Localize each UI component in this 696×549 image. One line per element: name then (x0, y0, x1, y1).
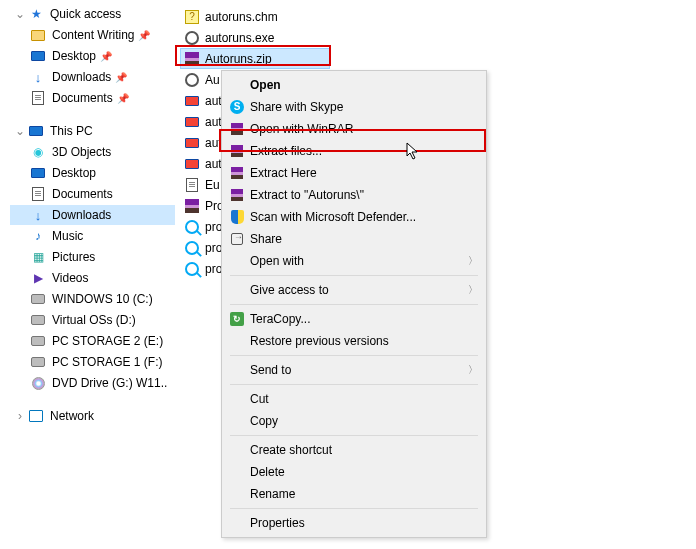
nav-label: PC STORAGE 2 (E:) (52, 334, 163, 348)
nav-music[interactable]: ♪ Music (10, 226, 175, 246)
nav-virtual-os-drive[interactable]: Virtual OSs (D:) (10, 310, 175, 330)
help-file-icon: ? (184, 9, 200, 25)
documents-icon (30, 90, 46, 106)
separator (230, 435, 478, 436)
winrar-icon (226, 123, 248, 135)
ctx-open-winrar[interactable]: Open with WinRAR (222, 118, 486, 140)
submenu-arrow-icon: 〉 (468, 254, 478, 268)
nav-quick-access[interactable]: ⌄ ★ Quick access (10, 4, 175, 24)
nav-desktop[interactable]: Desktop 📌 (10, 46, 175, 66)
nav-label: Videos (52, 271, 88, 285)
file-name: aut (205, 157, 222, 171)
nav-label: Music (52, 229, 83, 243)
nav-dvd-drive[interactable]: DVD Drive (G:) W11.. (10, 373, 175, 393)
drive-icon (30, 333, 46, 349)
app-icon (184, 135, 200, 151)
pictures-icon: ▦ (30, 249, 46, 265)
nav-3d-objects[interactable]: ◉ 3D Objects (10, 142, 175, 162)
file-item-chm[interactable]: ? autoruns.chm (180, 6, 490, 27)
app-icon (184, 114, 200, 130)
magnifier-icon (184, 240, 200, 256)
ctx-scan-defender[interactable]: Scan with Microsoft Defender... (222, 206, 486, 228)
drive-icon (30, 312, 46, 328)
nav-documents-2[interactable]: Documents (10, 184, 175, 204)
nav-label: 3D Objects (52, 145, 111, 159)
app-icon (184, 93, 200, 109)
magnifier-icon (184, 261, 200, 277)
pin-icon: 📌 (115, 72, 127, 83)
file-name: autoruns.exe (205, 31, 274, 45)
nav-downloads-2[interactable]: ↓ Downloads (10, 205, 175, 225)
nav-label: DVD Drive (G:) W11.. (52, 376, 167, 390)
download-icon: ↓ (30, 69, 46, 85)
chevron-down-icon: ⌄ (14, 125, 26, 137)
ctx-delete[interactable]: Delete (222, 461, 486, 483)
winrar-icon (226, 145, 248, 157)
doc-icon (184, 177, 200, 193)
nav-label: Content Writing (52, 28, 134, 42)
file-item-exe[interactable]: autoruns.exe (180, 27, 490, 48)
download-icon: ↓ (30, 207, 46, 223)
nav-label: This PC (50, 124, 93, 138)
ctx-extract-to[interactable]: Extract to "Autoruns\" (222, 184, 486, 206)
file-name: pro (205, 262, 222, 276)
ctx-open[interactable]: Open (222, 74, 486, 96)
share-icon (226, 233, 248, 245)
submenu-arrow-icon: 〉 (468, 363, 478, 377)
nav-label: Desktop (52, 49, 96, 63)
nav-videos[interactable]: ▶ Videos (10, 268, 175, 288)
ctx-properties[interactable]: Properties (222, 512, 486, 534)
pin-icon: 📌 (117, 93, 129, 104)
submenu-arrow-icon: 〉 (468, 283, 478, 297)
ctx-restore-versions[interactable]: Restore previous versions (222, 330, 486, 352)
nav-label: Downloads (52, 208, 111, 222)
ctx-rename[interactable]: Rename (222, 483, 486, 505)
nav-content-writing[interactable]: Content Writing 📌 (10, 25, 175, 45)
ctx-teracopy[interactable]: ↻ TeraCopy... (222, 308, 486, 330)
ctx-send-to[interactable]: Send to 〉 (222, 359, 486, 381)
nav-label: WINDOWS 10 (C:) (52, 292, 153, 306)
file-name: pro (205, 241, 222, 255)
nav-desktop-2[interactable]: Desktop (10, 163, 175, 183)
gear-icon (184, 72, 200, 88)
file-item-zip[interactable]: Autoruns.zip (180, 48, 330, 69)
ctx-share-skype[interactable]: S Share with Skype (222, 96, 486, 118)
chevron-down-icon: ⌄ (14, 8, 26, 20)
ctx-give-access[interactable]: Give access to 〉 (222, 279, 486, 301)
separator (230, 275, 478, 276)
nav-label: Documents (52, 187, 113, 201)
gear-icon (184, 30, 200, 46)
nav-this-pc[interactable]: ⌄ This PC (10, 121, 175, 141)
ctx-extract-files[interactable]: Extract files... (222, 140, 486, 162)
documents-icon (30, 186, 46, 202)
nav-downloads[interactable]: ↓ Downloads 📌 (10, 67, 175, 87)
ctx-cut[interactable]: Cut (222, 388, 486, 410)
winrar-icon (184, 51, 200, 67)
ctx-extract-here[interactable]: Extract Here (222, 162, 486, 184)
drive-icon (30, 291, 46, 307)
nav-label: Desktop (52, 166, 96, 180)
nav-pcs2-drive[interactable]: PC STORAGE 2 (E:) (10, 331, 175, 351)
magnifier-icon (184, 219, 200, 235)
skype-icon: S (226, 100, 248, 114)
separator (230, 355, 478, 356)
nav-pcs1-drive[interactable]: PC STORAGE 1 (F:) (10, 352, 175, 372)
desktop-icon (30, 48, 46, 64)
ctx-create-shortcut[interactable]: Create shortcut (222, 439, 486, 461)
nav-label: Pictures (52, 250, 95, 264)
pin-icon: ★ (28, 6, 44, 22)
pin-icon: 📌 (138, 30, 150, 41)
ctx-copy[interactable]: Copy (222, 410, 486, 432)
ctx-share[interactable]: Share (222, 228, 486, 250)
ctx-open-with[interactable]: Open with 〉 (222, 250, 486, 272)
pin-icon: 📌 (100, 51, 112, 62)
context-menu: Open S Share with Skype Open with WinRAR… (221, 70, 487, 538)
nav-win10-drive[interactable]: WINDOWS 10 (C:) (10, 289, 175, 309)
nav-network[interactable]: › Network (10, 406, 175, 426)
nav-pictures[interactable]: ▦ Pictures (10, 247, 175, 267)
nav-label: Quick access (50, 7, 121, 21)
file-name: aut (205, 136, 222, 150)
file-name: Eu (205, 178, 220, 192)
winrar-icon (226, 189, 248, 201)
nav-documents[interactable]: Documents 📌 (10, 88, 175, 108)
